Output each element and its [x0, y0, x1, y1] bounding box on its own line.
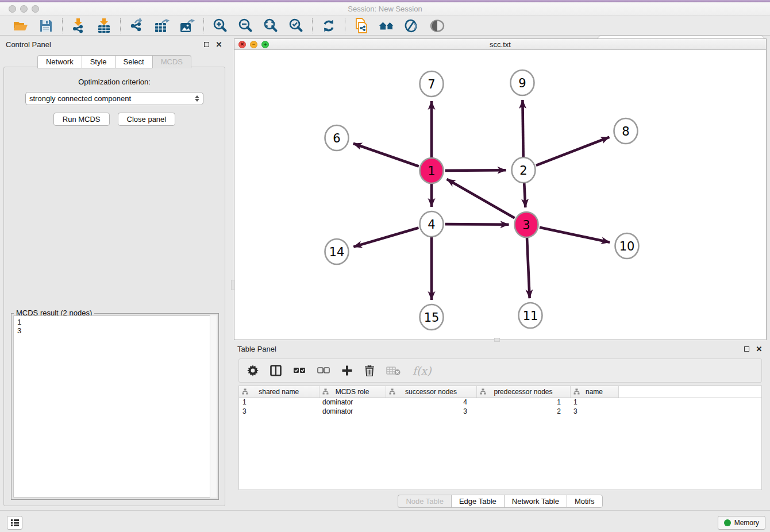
cell-shared-name[interactable]: 1: [239, 398, 319, 407]
cell-mcds-role[interactable]: dominator: [319, 398, 386, 407]
gear-icon[interactable]: [247, 365, 259, 376]
column-type-icon: [322, 388, 329, 396]
edge-4-14[interactable]: [353, 228, 418, 246]
node-label: 4: [428, 218, 435, 232]
table-row[interactable]: 1dominator411: [239, 398, 761, 407]
table-panel-header: Table Panel ✕: [234, 342, 767, 355]
tab-style[interactable]: Style: [82, 55, 115, 68]
edge-4-3[interactable]: [445, 224, 509, 225]
tab-mcds[interactable]: MCDS: [152, 55, 191, 68]
zoom-fit-icon[interactable]: [263, 18, 279, 33]
status-bar: Memory: [0, 510, 770, 532]
splitter-handle-left[interactable]: [231, 280, 235, 290]
close-panel-icon[interactable]: ✕: [215, 40, 223, 48]
cell-predecessor-nodes[interactable]: 1: [476, 398, 570, 407]
mcds-result-text[interactable]: 1 3: [13, 315, 217, 498]
cell-shared-name[interactable]: 3: [239, 407, 319, 416]
memory-button[interactable]: Memory: [718, 516, 765, 530]
trash-icon[interactable]: [364, 365, 375, 376]
column-header-name[interactable]: name: [570, 386, 618, 398]
cell-name[interactable]: 3: [570, 407, 618, 416]
cell-successor-nodes[interactable]: 4: [386, 398, 476, 407]
columns-icon[interactable]: [270, 365, 282, 376]
column-header-mcds-role[interactable]: MCDS role: [319, 386, 386, 398]
edge-2-9[interactable]: [522, 100, 523, 157]
run-mcds-button[interactable]: Run MCDS: [53, 113, 110, 126]
tab-motifs[interactable]: Motifs: [567, 495, 603, 508]
hide-graphics-details-icon[interactable]: [404, 18, 420, 33]
float-panel-icon[interactable]: [202, 40, 210, 48]
graph-node-10[interactable]: 10: [615, 233, 639, 259]
import-network-icon[interactable]: [71, 18, 87, 33]
select-all-icon[interactable]: [293, 366, 306, 375]
cell-name[interactable]: 1: [570, 398, 618, 407]
save-icon[interactable]: [38, 18, 54, 33]
tab-network[interactable]: Network: [37, 55, 82, 68]
column-header-predecessor-nodes[interactable]: predecessor nodes: [476, 386, 570, 398]
window-title: Session: New Session: [0, 5, 770, 13]
column-type-icon: [573, 388, 580, 396]
add-column-icon[interactable]: [341, 365, 353, 376]
zoom-selected-icon[interactable]: [288, 18, 304, 33]
node-table[interactable]: shared nameMCDS rolesuccessor nodesprede…: [238, 385, 762, 490]
edge-2-8[interactable]: [536, 137, 610, 165]
edge-1-6[interactable]: [353, 144, 419, 167]
export-image-icon[interactable]: [179, 18, 195, 33]
network-minimize-button[interactable]: −: [250, 41, 257, 48]
eye-icon[interactable]: [429, 18, 445, 33]
edge-2-3[interactable]: [524, 183, 525, 207]
network-graph[interactable]: 7968124314101511: [234, 50, 766, 340]
tab-node-table[interactable]: Node Table: [398, 495, 451, 508]
tab-select[interactable]: Select: [115, 55, 152, 68]
splitter-handle-bottom[interactable]: [494, 338, 500, 342]
edge-3-1[interactable]: [447, 179, 515, 218]
zoom-out-icon[interactable]: [237, 18, 253, 33]
import-table-icon[interactable]: [96, 18, 112, 33]
close-panel-button[interactable]: Close panel: [118, 113, 176, 126]
close-table-panel-icon[interactable]: ✕: [755, 345, 763, 353]
node-label: 11: [523, 309, 538, 323]
result-scrollbar[interactable]: [210, 315, 217, 498]
edge-3-10[interactable]: [540, 228, 610, 242]
column-type-icon: [480, 388, 486, 396]
graph-node-6[interactable]: 6: [325, 125, 349, 151]
cell-predecessor-nodes[interactable]: 2: [476, 407, 570, 416]
graph-node-15[interactable]: 15: [420, 304, 444, 330]
graph-node-7[interactable]: 7: [420, 71, 444, 97]
cell-mcds-role[interactable]: dominator: [319, 407, 386, 416]
control-panel-header: Control Panel ✕: [2, 38, 226, 51]
edge-1-2[interactable]: [445, 170, 506, 171]
criterion-dropdown[interactable]: strongly connected component: [25, 92, 203, 105]
memory-status-icon: [724, 519, 731, 526]
network-zoom-button[interactable]: ＋: [261, 41, 269, 48]
graph-node-8[interactable]: 8: [614, 118, 638, 144]
column-header-shared-name[interactable]: shared name: [239, 386, 319, 398]
graph-node-4[interactable]: 4: [420, 211, 444, 237]
open-folder-icon[interactable]: [13, 18, 29, 33]
tab-network-table[interactable]: Network Table: [504, 495, 567, 508]
graph-node-1[interactable]: 1: [420, 158, 444, 183]
graph-node-3[interactable]: 3: [515, 212, 538, 237]
export-network-icon[interactable]: [129, 18, 145, 33]
network-close-button[interactable]: ✕: [238, 41, 246, 48]
cell-successor-nodes[interactable]: 3: [386, 407, 476, 416]
node-label: 15: [424, 311, 440, 325]
dropdown-stepper-icon: [195, 95, 199, 102]
task-list-icon[interactable]: [7, 516, 22, 530]
zoom-in-icon[interactable]: [212, 18, 228, 33]
graph-node-2[interactable]: 2: [512, 157, 536, 183]
graph-node-9[interactable]: 9: [511, 70, 534, 95]
graph-node-14[interactable]: 14: [325, 239, 349, 264]
tab-edge-table[interactable]: Edge Table: [451, 495, 504, 508]
deselect-all-icon[interactable]: [317, 366, 330, 375]
first-neighbors-icon[interactable]: [379, 18, 395, 33]
clone-network-icon[interactable]: [353, 18, 369, 33]
export-table-icon[interactable]: [154, 18, 170, 33]
network-canvas[interactable]: 7968124314101511: [234, 50, 766, 340]
refresh-icon[interactable]: [321, 18, 337, 33]
graph-node-11[interactable]: 11: [519, 303, 542, 328]
edge-3-11[interactable]: [527, 238, 530, 298]
column-header-successor-nodes[interactable]: successor nodes: [386, 386, 476, 398]
float-table-panel-icon[interactable]: [742, 345, 750, 353]
table-row[interactable]: 3dominator323: [239, 407, 761, 416]
